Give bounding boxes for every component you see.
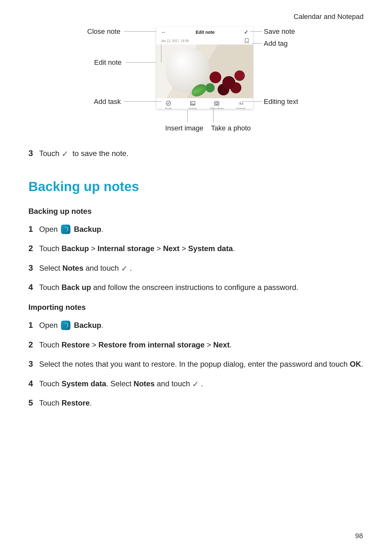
list-item: 4 Touch Back up and follow the onscreen … <box>28 281 364 294</box>
step-text: Select <box>39 264 62 272</box>
step-text: Touch <box>39 283 62 292</box>
callout-save-note: Save note <box>264 27 295 36</box>
note-timestamp: Jan 12, 2017, 18:38 <box>161 39 189 43</box>
ui-path: System data <box>188 244 233 253</box>
step-text: . <box>201 379 203 388</box>
image-label: Image <box>183 107 202 109</box>
list-item: 2 Touch Backup > Internal storage > Next… <box>28 242 364 255</box>
step-number: 4 <box>28 281 39 294</box>
step-text: Touch <box>39 340 62 349</box>
list-item: 5 Touch Restore. <box>28 396 364 410</box>
step-text: and touch <box>83 264 121 272</box>
separator: > <box>89 244 97 253</box>
ui-path: Notes <box>134 379 155 388</box>
step-text: . <box>233 244 235 253</box>
step-number: 1 <box>28 223 39 236</box>
backup-app-icon <box>61 225 70 234</box>
callout-add-task: Add task <box>94 98 121 106</box>
step-number: 5 <box>28 396 39 410</box>
phone-mock: Edit note Jan 12, 2017, 18:38 To-do <box>156 27 253 109</box>
callout-insert-image: Insert image <box>165 124 203 132</box>
subheading-backup: Backing up notes <box>28 207 364 216</box>
step-text: Open <box>39 321 60 329</box>
callout-edit-note: Edit note <box>94 58 122 67</box>
note-image <box>156 45 253 98</box>
back-icon[interactable] <box>161 29 166 36</box>
list-item: 4 Touch System data. Select Notes and to… <box>28 377 364 390</box>
app-name: Backup <box>74 225 101 233</box>
note-editor-diagram: Edit note Jan 12, 2017, 18:38 To-do <box>28 27 364 144</box>
ui-path: Notes <box>62 264 83 272</box>
step-number: 4 <box>28 377 39 390</box>
step-text: . <box>230 340 232 349</box>
ui-path: Next <box>163 244 179 253</box>
callout-take-photo: Take a photo <box>211 124 251 132</box>
ui-path: Backup <box>62 244 89 253</box>
step-text: Touch <box>39 244 62 253</box>
step-text: and touch <box>155 379 192 388</box>
step-number: 2 <box>28 338 39 352</box>
step-text: Select the notes that you want to restor… <box>39 360 350 368</box>
step-text: . <box>101 321 104 329</box>
step-text: . <box>361 360 363 368</box>
ui-path: Back up <box>62 283 91 292</box>
step-text: and follow the onscreen instructions to … <box>91 283 298 292</box>
list-item: 1 Open Backup. <box>28 319 364 332</box>
step-text: . <box>101 225 104 233</box>
todo-button[interactable]: To-do <box>159 100 178 109</box>
step-text-post: to save the note. <box>72 149 128 158</box>
callout-editing-text: Editing text <box>264 98 298 106</box>
phone-title: Edit note <box>166 30 244 35</box>
page-number: 98 <box>355 532 363 540</box>
list-item: 3 Select the notes that you want to rest… <box>28 358 364 371</box>
step-number: 3 <box>28 262 39 275</box>
page-title: Backing up notes <box>28 179 364 194</box>
list-item: 3 Select Notes and touch . <box>28 262 364 275</box>
separator: > <box>179 244 188 253</box>
section-header: Calendar and Notepad <box>294 13 364 21</box>
step-text: Touch <box>39 379 62 388</box>
callout-add-tag: Add tag <box>264 39 288 48</box>
svg-point-3 <box>216 103 218 105</box>
format-icon: Aa <box>232 100 250 106</box>
todo-icon <box>159 100 178 106</box>
bookmark-icon[interactable] <box>245 38 249 43</box>
step-number: 3 <box>28 147 39 160</box>
separator: > <box>90 340 98 349</box>
separator: > <box>205 340 213 349</box>
ui-path: Next <box>213 340 230 349</box>
step-text: Open <box>39 225 60 233</box>
backup-app-icon <box>61 321 70 330</box>
check-icon <box>192 381 201 387</box>
list-item: 2 Touch Restore > Restore from internal … <box>28 338 364 352</box>
subheading-import: Importing notes <box>28 303 364 312</box>
ui-path: System data <box>62 379 106 388</box>
svg-point-2 <box>191 102 192 103</box>
take-photo-button[interactable]: Take photo <box>207 100 226 109</box>
step-text: . <box>90 399 92 407</box>
check-icon <box>62 151 70 157</box>
ui-path: Restore from internal storage <box>98 340 204 349</box>
check-icon <box>121 265 130 272</box>
callout-close-note: Close note <box>87 27 120 36</box>
step-text: Touch <box>39 399 62 407</box>
take-photo-label: Take photo <box>207 107 226 109</box>
step-text: . <box>130 264 132 272</box>
ui-path: Restore <box>62 340 90 349</box>
step-text: . Select <box>106 379 134 388</box>
step-number: 3 <box>28 358 39 371</box>
step-number: 2 <box>28 242 39 255</box>
image-icon <box>183 100 202 106</box>
image-button[interactable]: Image <box>183 100 202 109</box>
format-label: Format <box>232 107 250 109</box>
app-name: Backup <box>74 321 101 329</box>
separator: > <box>154 244 163 253</box>
save-note-step: 3 Touch to save the note. <box>28 147 364 160</box>
step-text-pre: Touch <box>39 149 62 158</box>
save-icon[interactable] <box>244 29 249 36</box>
ui-path: Restore <box>62 399 90 407</box>
ui-path: Internal storage <box>98 244 154 253</box>
todo-label: To-do <box>159 107 178 109</box>
list-item: 1 Open Backup. <box>28 223 364 236</box>
ui-path: OK <box>350 360 361 368</box>
